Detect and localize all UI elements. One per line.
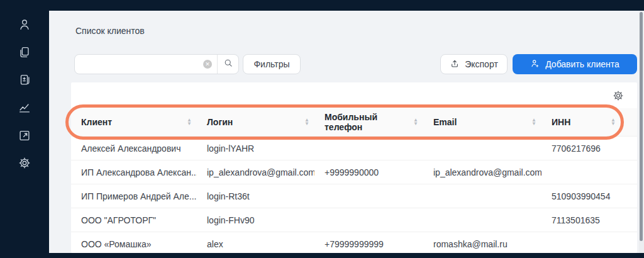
table-row[interactable]: ООО «Ромашка» alex +79999999999 romashka…	[71, 232, 637, 253]
cell-client: ИП Примеров Андрей Але...	[71, 184, 197, 208]
cell-inn	[541, 160, 637, 184]
filters-button-label: Фильтры	[253, 59, 289, 69]
vertical-scrollbar[interactable]	[639, 11, 644, 253]
page-title: Список клиентов	[75, 26, 145, 36]
cell-email: romashka@mail.ru	[423, 232, 541, 253]
cell-client: ООО «Ромашка»	[71, 232, 197, 253]
cell-phone	[314, 208, 423, 232]
cell-login: ip_alexandrova@gmail.com	[197, 160, 314, 184]
column-label: Email	[433, 117, 457, 127]
search-box: ✕	[74, 54, 239, 74]
column-header-phone[interactable]: Мобильный телефон ▲▼	[314, 108, 423, 136]
sort-carets-icon[interactable]: ▲▼	[304, 118, 309, 126]
clear-search-icon[interactable]: ✕	[203, 60, 212, 69]
table-header-row: Клиент ▲▼ Логин ▲▼ Мобильный телефон ▲▼ …	[71, 108, 637, 137]
column-header-email[interactable]: Email ▲▼	[423, 108, 541, 136]
cell-phone	[314, 184, 423, 208]
export-button-label: Экспорт	[465, 59, 498, 69]
sidebar-item-requests[interactable]	[18, 128, 31, 142]
column-header-inn[interactable]: ИНН ▲▼	[541, 108, 637, 136]
sidebar-item-invoices[interactable]	[18, 73, 31, 87]
cell-login: login-FHv90	[197, 208, 314, 232]
export-button[interactable]: Экспорт	[440, 54, 508, 74]
table-row[interactable]: ООО "АГРОТОРГ" login-FHv90 7113501635	[71, 208, 637, 232]
sort-carets-icon[interactable]: ▲▼	[531, 118, 536, 126]
user-icon	[18, 23, 31, 33]
table-row[interactable]: ИП Примеров Андрей Але... login-Rt36t 51…	[71, 184, 637, 208]
sidebar-item-settings[interactable]	[18, 156, 31, 170]
cell-phone: +79999999999	[314, 232, 423, 253]
table-row[interactable]: ИП Александрова Алексан... ip_alexandrov…	[71, 160, 637, 184]
cell-client: Алексей Александрович	[71, 137, 197, 160]
search-input[interactable]	[75, 55, 203, 74]
cell-login: alex	[197, 232, 314, 253]
sort-carets-icon[interactable]: ▲▼	[611, 118, 616, 126]
column-header-login[interactable]: Логин ▲▼	[197, 108, 314, 136]
scrollbar-thumb[interactable]	[640, 12, 643, 241]
cell-inn: 7113501635	[541, 208, 637, 232]
cell-inn	[541, 232, 637, 253]
cell-client: ИП Александрова Алексан...	[71, 160, 197, 184]
person-add-icon	[530, 59, 540, 70]
copy-documents-icon	[18, 50, 31, 61]
table-settings-button[interactable]	[612, 89, 625, 102]
sort-carets-icon[interactable]: ▲▼	[187, 118, 192, 126]
cell-login: login-lYAHR	[197, 137, 314, 160]
add-client-button-label: Добавить клиента	[545, 59, 619, 69]
cell-inn: 7706217696	[541, 137, 637, 160]
column-label: Мобильный телефон	[325, 112, 411, 132]
sidebar-item-documents[interactable]	[18, 45, 31, 59]
table-toolbar	[71, 82, 637, 108]
cell-login: login-Rt36t	[197, 184, 314, 208]
column-header-client[interactable]: Клиент ▲▼	[71, 108, 197, 136]
sidebar-item-clients[interactable]	[18, 18, 31, 31]
clients-table-card: Клиент ▲▼ Логин ▲▼ Мобильный телефон ▲▼ …	[71, 82, 637, 253]
search-button[interactable]	[217, 55, 238, 74]
cell-email	[423, 184, 541, 208]
gear-icon	[612, 93, 625, 104]
column-label: ИНН	[552, 117, 570, 127]
document-plus-minus-icon	[18, 78, 31, 89]
edit-square-icon	[18, 133, 31, 144]
cell-email	[423, 137, 541, 160]
add-client-button[interactable]: Добавить клиента	[513, 54, 637, 74]
cell-inn: 510903990454	[541, 184, 637, 208]
cell-client: ООО "АГРОТОРГ"	[71, 208, 197, 232]
gear-icon	[18, 161, 31, 172]
magnifier-icon	[223, 58, 233, 70]
column-label: Клиент	[81, 117, 112, 127]
upload-icon	[450, 59, 460, 70]
cell-email: ip_alexandrova@gmail.com	[423, 160, 541, 184]
sort-carets-icon[interactable]: ▲▼	[413, 118, 418, 126]
sidebar-item-analytics[interactable]	[18, 101, 31, 115]
cell-email	[423, 208, 541, 232]
table-row[interactable]: Алексей Александрович login-lYAHR 770621…	[71, 137, 637, 160]
cell-phone: +9999990000	[314, 160, 423, 184]
app-window: Список клиентов ✕ Фильтры Экспорт Добави…	[0, 0, 644, 258]
cell-phone	[314, 137, 423, 160]
line-chart-icon	[18, 106, 31, 116]
sidebar-nav	[0, 18, 49, 170]
column-label: Логин	[207, 117, 233, 127]
filters-button[interactable]: Фильтры	[243, 54, 301, 74]
